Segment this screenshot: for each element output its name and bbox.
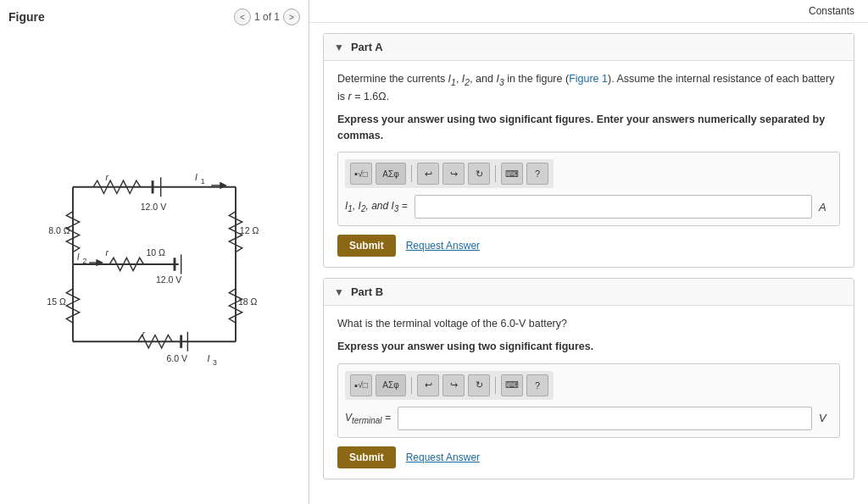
part-b-answer-box: ▪√□ ΑΣφ ↩ ↪ ↻ ⌨ ? Vterminal = <box>337 363 840 438</box>
part-b-input[interactable] <box>398 407 812 430</box>
keyboard-button-a[interactable]: ⌨ <box>501 163 523 185</box>
svg-text:2: 2 <box>83 257 87 265</box>
formula-icon-a: ΑΣφ <box>382 169 398 179</box>
svg-text:1: 1 <box>201 176 205 185</box>
part-b-input-row: Vterminal = V <box>345 407 832 430</box>
part-b-actions: Submit Request Answer <box>337 446 840 468</box>
help-button-b[interactable]: ? <box>526 374 548 396</box>
part-a-answer-box: ▪√□ ΑΣφ ↩ ↪ ↻ ⌨ ? I1, I2, and I3 = <box>337 152 840 226</box>
help-button-a[interactable]: ? <box>526 163 548 185</box>
part-b-input-label: Vterminal = <box>345 412 391 425</box>
toolbar-sep-1b <box>411 377 412 394</box>
part-a-arrow: ▼ <box>334 42 344 53</box>
part-b-title: Part B <box>351 285 383 298</box>
part-a-unit: A <box>819 201 832 213</box>
part-a-actions: Submit Request Answer <box>337 235 840 257</box>
svg-text:15 Ω: 15 Ω <box>47 296 66 307</box>
formula-button-a[interactable]: ΑΣφ <box>376 163 406 185</box>
part-b-arrow: ▼ <box>334 286 344 298</box>
svg-text:12.0 V: 12.0 V <box>141 201 167 211</box>
matrix-button-b[interactable]: ▪√□ <box>350 374 372 396</box>
formula-icon-b: ΑΣφ <box>382 380 398 390</box>
part-a-title: Part A <box>351 41 383 53</box>
figure-link[interactable]: Figure 1 <box>569 73 608 85</box>
svg-text:r: r <box>105 247 108 258</box>
I3-math: I3 <box>496 73 504 85</box>
I2-math: I2 <box>462 73 470 85</box>
part-b-unit: V <box>819 412 832 424</box>
part-a-input-row: I1, I2, and I3 = A <box>345 195 832 219</box>
part-a-section: ▼ Part A Determine the currents I1, I2, … <box>323 33 854 268</box>
part-b-submit[interactable]: Submit <box>337 446 396 468</box>
part-b-header[interactable]: ▼ Part B <box>324 279 854 306</box>
figure-title: Figure <box>8 10 45 24</box>
left-panel: Figure < 1 of 1 > r <box>0 0 309 504</box>
svg-text:r: r <box>105 172 108 182</box>
part-b-section: ▼ Part B What is the terminal voltage of… <box>323 278 854 479</box>
svg-text:12.0 V: 12.0 V <box>156 274 182 285</box>
figure-nav: < 1 of 1 > <box>234 8 300 25</box>
prev-button[interactable]: < <box>234 8 251 25</box>
part-b-content: What is the terminal voltage of the 6.0-… <box>324 306 854 479</box>
part-a-problem: Determine the currents I1, I2, and I3 in… <box>337 71 840 105</box>
constants-label: Constants <box>809 5 854 17</box>
part-a-header[interactable]: ▼ Part A <box>324 34 854 61</box>
figure-nav-label: 1 of 1 <box>254 11 280 23</box>
keyboard-button-b[interactable]: ⌨ <box>501 374 523 396</box>
part-a-toolbar: ▪√□ ΑΣφ ↩ ↪ ↻ ⌨ ? <box>345 159 554 188</box>
toolbar-sep-2b <box>495 377 496 394</box>
next-button[interactable]: > <box>283 8 300 25</box>
svg-text:I: I <box>207 353 209 363</box>
refresh-button-a[interactable]: ↻ <box>468 163 490 185</box>
part-a-request[interactable]: Request Answer <box>406 240 480 252</box>
sqrt-icon-b: √□ <box>358 380 368 390</box>
part-b-toolbar: ▪√□ ΑΣφ ↩ ↪ ↻ ⌨ ? <box>345 371 554 400</box>
part-a-input-label: I1, I2, and I3 = <box>345 200 408 213</box>
constants-bar: Constants <box>309 0 868 23</box>
figure-header: Figure < 1 of 1 > <box>8 8 300 25</box>
svg-text:8.0 Ω: 8.0 Ω <box>48 225 70 235</box>
undo-button-b[interactable]: ↩ <box>417 374 439 396</box>
part-b-instruction: Express your answer using two significan… <box>337 339 840 355</box>
svg-text:10 Ω: 10 Ω <box>146 247 165 258</box>
sqrt-icon-a: √□ <box>358 169 368 179</box>
formula-button-b[interactable]: ΑΣφ <box>376 374 406 396</box>
undo-button-a[interactable]: ↩ <box>417 163 439 185</box>
redo-button-b[interactable]: ↪ <box>442 374 465 396</box>
svg-text:I: I <box>77 252 80 262</box>
redo-button-a[interactable]: ↪ <box>442 163 465 185</box>
svg-text:12 Ω: 12 Ω <box>240 225 259 235</box>
matrix-button-a[interactable]: ▪√□ <box>350 163 372 185</box>
part-a-instruction: Express your answer using two significan… <box>337 112 840 144</box>
toolbar-sep-1a <box>411 165 412 182</box>
circuit-diagram: r 12.0 V I 1 8.0 Ω I 2 r 10 Ω <box>27 163 281 366</box>
svg-text:6.0 V: 6.0 V <box>166 353 187 363</box>
right-panel: Constants ▼ Part A Determine the current… <box>309 0 868 504</box>
part-a-submit[interactable]: Submit <box>337 235 396 257</box>
I1-math: I1 <box>448 73 456 85</box>
part-a-content: Determine the currents I1, I2, and I3 in… <box>324 61 854 267</box>
part-b-problem: What is the terminal voltage of the 6.0-… <box>337 316 840 332</box>
svg-text:3: 3 <box>213 358 217 366</box>
r-value: r = 1.6Ω. <box>348 91 390 102</box>
part-b-request[interactable]: Request Answer <box>406 451 480 463</box>
part-a-input[interactable] <box>415 195 812 219</box>
refresh-button-b[interactable]: ↻ <box>468 374 490 396</box>
circuit-container: r 12.0 V I 1 8.0 Ω I 2 r 10 Ω <box>8 32 300 496</box>
toolbar-sep-2a <box>495 165 496 182</box>
svg-text:I: I <box>195 172 198 182</box>
